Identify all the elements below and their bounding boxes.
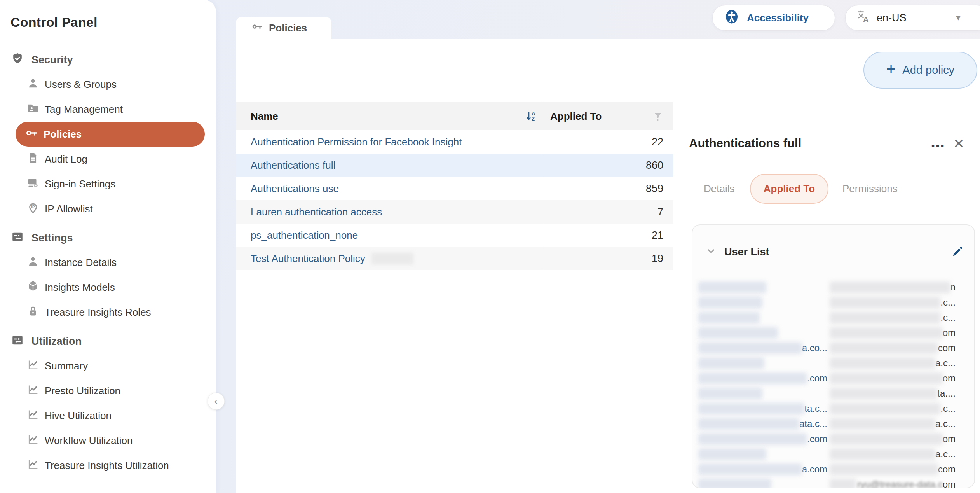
panel-tab-permissions[interactable]: Permissions	[842, 174, 898, 204]
user-list-row: ata.c... a.c...	[698, 416, 974, 431]
blurred-user-name	[698, 418, 799, 430]
policy-name-link[interactable]: Authentications use	[236, 177, 544, 200]
item-label: Summary	[45, 360, 88, 372]
tab-label: Permissions	[842, 183, 898, 195]
accessibility-icon	[723, 7, 741, 29]
sidebar-item-summary[interactable]: Summary	[0, 353, 216, 378]
sidebar-item-policies[interactable]: Policies	[16, 122, 205, 147]
policy-name-link[interactable]: Test Authentication Policy	[251, 253, 365, 265]
user-list-row: .com om	[698, 371, 974, 386]
user-email-link[interactable]: a.co...	[802, 343, 827, 353]
table-header-row: Name AZ Applied To	[236, 102, 673, 130]
table-row[interactable]: Authentication Permission for Facebook I…	[236, 130, 673, 154]
sidebar-item-workflow-utilization[interactable]: Workflow Utilization	[0, 428, 216, 453]
panel-tab-applied-to[interactable]: Applied To	[750, 174, 828, 204]
sidebar-item-users-groups[interactable]: Users & Groups	[0, 72, 216, 97]
column-header-applied-to[interactable]: Applied To	[544, 102, 673, 130]
user-list-row: om	[698, 325, 974, 340]
svg-text:Z: Z	[532, 116, 535, 122]
main-content: + Add policy Name AZ Applied To	[236, 39, 980, 493]
user-list: n .c... .c... om a.co...	[692, 280, 974, 488]
policy-name-cell[interactable]: Test Authentication Policy	[236, 247, 544, 270]
column-header-name[interactable]: Name AZ	[236, 102, 544, 130]
user-email-link[interactable]: .com	[807, 434, 827, 444]
svg-text:IP: IP	[31, 205, 35, 209]
user-list-row: .com om	[698, 431, 974, 446]
blurred-user-name	[698, 281, 766, 293]
sidebar-item-treasure-insights-roles[interactable]: Treasure Insights Roles	[0, 300, 216, 325]
user-email-tail: a.c...	[935, 418, 956, 429]
page-title: Control Panel	[10, 15, 216, 30]
chevron-left-icon: ‹	[214, 395, 218, 407]
blurred-user-name	[698, 479, 771, 489]
sidebar-item-instance-details[interactable]: Instance Details	[0, 250, 216, 275]
user-email-link[interactable]: ata.c...	[799, 418, 827, 429]
table-row[interactable]: Lauren authentication access 7	[236, 200, 673, 224]
close-icon: ✕	[953, 136, 964, 151]
sidebar-item-ip-allowlist[interactable]: IP IP Allowlist	[0, 196, 216, 221]
column-label: Name	[251, 110, 278, 122]
plus-icon: +	[886, 60, 896, 79]
control-panel-page: Control Panel Security Users & Groups Ta…	[0, 0, 980, 493]
line-chart-icon	[26, 408, 40, 424]
panel-sliders-icon	[10, 333, 24, 350]
sort-az-icon[interactable]: AZ	[525, 109, 537, 125]
user-list-row: .c...	[698, 310, 974, 325]
sidebar: Control Panel Security Users & Groups Ta…	[0, 0, 216, 493]
table-row[interactable]: Authentications use 859	[236, 177, 673, 200]
policy-name-link[interactable]: Authentication Permission for Facebook I…	[236, 130, 544, 154]
sidebar-collapse-button[interactable]: ‹	[208, 393, 225, 410]
sidebar-item-audit-log[interactable]: Audit Log	[0, 147, 216, 171]
panel-tab-details[interactable]: Details	[704, 174, 734, 204]
table-row[interactable]: Test Authentication Policy 19	[236, 247, 673, 270]
policy-name-link[interactable]: Authentications full	[236, 154, 544, 177]
shield-check-icon	[10, 52, 24, 68]
blurred-user-name	[698, 312, 760, 323]
policy-name-link[interactable]: ps_authentication_none	[236, 224, 544, 247]
pencil-icon	[951, 253, 964, 259]
user-list-row: a.c...	[698, 446, 974, 462]
user-email-link[interactable]: .com	[807, 373, 827, 384]
user-list-title: User List	[724, 246, 769, 258]
line-chart-icon	[26, 383, 40, 399]
edit-user-list-button[interactable]	[951, 245, 964, 259]
sidebar-item-hive-utilization[interactable]: Hive Utilization	[0, 403, 216, 428]
sidebar-section-utilization: Utilization Summary Presto Utilization H…	[0, 329, 216, 478]
item-label: Treasure Insights Roles	[45, 306, 151, 318]
tab-label: Applied To	[764, 183, 815, 195]
locale-selector[interactable]: A en-US ▾	[845, 5, 980, 31]
user-email-tail: om	[943, 434, 956, 444]
close-panel-button[interactable]: ✕	[953, 136, 964, 151]
user-list-row: .c...	[698, 295, 974, 310]
user-icon	[26, 255, 40, 271]
blurred-user-email	[830, 342, 938, 354]
applied-to-count: 859	[544, 183, 673, 195]
line-chart-icon	[26, 358, 40, 374]
key-icon	[25, 126, 38, 142]
table-row[interactable]: ps_authentication_none 21	[236, 224, 673, 247]
sidebar-item-presto-utilization[interactable]: Presto Utilization	[0, 378, 216, 403]
accessibility-button[interactable]: Accessibility	[712, 5, 835, 31]
policy-name-link[interactable]: Lauren authentication access	[236, 200, 544, 224]
chevron-down-icon[interactable]	[706, 246, 717, 258]
user-email-link[interactable]: ta.c...	[804, 403, 827, 414]
tab-policies[interactable]: Policies	[236, 17, 331, 39]
user-email-link[interactable]: a.com	[802, 464, 827, 475]
sidebar-item-insights-models[interactable]: Insights Models	[0, 275, 216, 300]
item-label: Workflow Utilization	[45, 435, 133, 447]
add-policy-button[interactable]: + Add policy	[863, 52, 977, 89]
more-actions-button[interactable]: •••	[931, 141, 945, 152]
document-icon	[26, 151, 40, 167]
blurred-user-email	[830, 418, 935, 430]
user-email-tail: ta....	[937, 388, 956, 399]
blurred-user-name	[698, 433, 807, 445]
user-list-row: a.c...	[698, 355, 974, 371]
sidebar-item-tag-management[interactable]: Tag Management	[0, 97, 216, 122]
sidebar-item-signin-settings[interactable]: Sign-in Settings	[0, 171, 216, 196]
sidebar-item-treasure-insights-utilization[interactable]: Treasure Insights Utilization	[0, 453, 216, 478]
table-row-selected[interactable]: Authentications full 860	[236, 154, 673, 177]
user-email-tail: om	[943, 327, 956, 338]
filter-funnel-icon[interactable]	[652, 111, 663, 124]
blurred-user-name	[698, 372, 807, 384]
lock-icon	[26, 304, 40, 320]
